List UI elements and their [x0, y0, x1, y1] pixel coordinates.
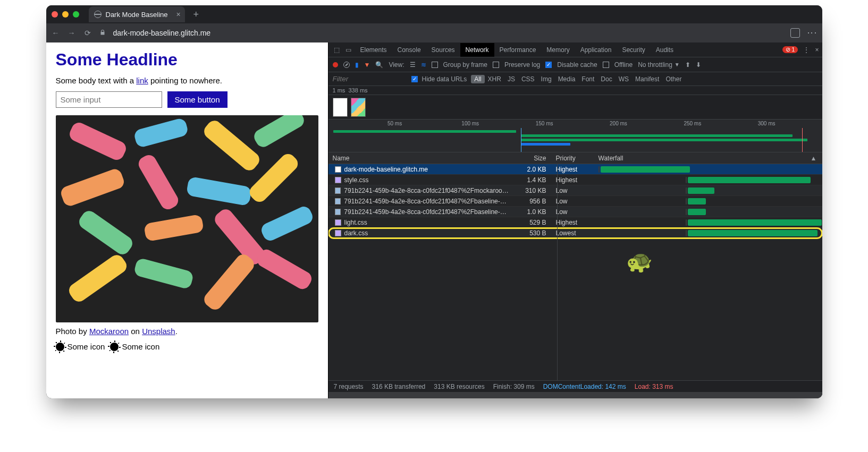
overview-tick: 100 ms — [461, 121, 479, 126]
filter-input[interactable] — [333, 75, 407, 83]
filter-type-font[interactable]: Font — [578, 75, 597, 83]
col-waterfall-label: Waterfall — [599, 155, 623, 162]
device-icon[interactable]: ▭ — [343, 46, 354, 54]
table-header[interactable]: Name Size Priority Waterfall▲ — [328, 152, 822, 164]
network-toolbar: ▮ ▼ 🔍 View: ☰ ≋ Group by frame Preserve … — [328, 57, 822, 72]
credit-site-link[interactable]: Unsplash — [142, 327, 175, 336]
row-waterfall — [594, 198, 822, 204]
sort-icon: ▲ — [811, 155, 817, 162]
devtools-tab-elements[interactable]: Elements — [355, 43, 392, 57]
col-waterfall[interactable]: Waterfall▲ — [594, 155, 822, 162]
table-row[interactable]: dark-mode-baseline.glitch.me2.0 KBHighes… — [328, 164, 822, 175]
back-button[interactable]: ← — [52, 29, 60, 37]
view-overview-icon[interactable]: ≋ — [421, 61, 426, 69]
overview-tick: 250 ms — [684, 121, 701, 126]
filter-type-ws[interactable]: WS — [616, 75, 632, 83]
credit-pre: Photo by — [56, 327, 89, 336]
close-tab-icon[interactable]: × — [176, 10, 180, 19]
new-tab-button[interactable]: + — [189, 9, 204, 20]
devtools-tab-memory[interactable]: Memory — [541, 43, 575, 57]
filter-type-manifest[interactable]: Manifest — [632, 75, 662, 83]
view-label: View: — [389, 61, 404, 69]
file-icon — [335, 177, 341, 183]
col-name[interactable]: Name — [328, 155, 509, 162]
body-link[interactable]: link — [136, 76, 148, 85]
hero-image — [56, 115, 318, 322]
url-text[interactable]: dark-mode-baseline.glitch.me — [113, 29, 211, 37]
overview-timeline[interactable]: 50 ms100 ms150 ms200 ms250 ms300 ms — [328, 120, 822, 152]
text-input[interactable] — [56, 91, 162, 108]
row-size: 1.0 KB — [509, 208, 552, 216]
table-body[interactable]: 🐢 dark-mode-baseline.glitch.me2.0 KBHigh… — [328, 164, 822, 380]
filter-type-img[interactable]: Img — [538, 75, 555, 83]
body-text-post: pointing to nowhere. — [148, 76, 222, 85]
status-dom: DOMContentLoaded: 142 ms — [543, 383, 626, 390]
preserve-log-checkbox[interactable] — [493, 62, 499, 68]
devtools-tab-application[interactable]: Application — [575, 43, 617, 57]
col-size[interactable]: Size — [509, 155, 552, 162]
group-by-frame-checkbox[interactable] — [432, 62, 438, 68]
filmstrip-frame[interactable] — [333, 98, 348, 117]
filter-type-doc[interactable]: Doc — [597, 75, 615, 83]
filter-type-js[interactable]: JS — [504, 75, 518, 83]
browser-menu-icon[interactable]: ⋮ — [807, 28, 817, 38]
table-row[interactable]: 791b2241-459b-4a2e-8cca-c0fdc21f0487%2Fb… — [328, 207, 822, 217]
file-icon — [335, 187, 341, 194]
browser-tab[interactable]: Dark Mode Baseline × — [89, 6, 185, 22]
devtools-tab-performance[interactable]: Performance — [494, 43, 542, 57]
maximize-window-button[interactable] — [73, 11, 79, 18]
url-bar: ← → ⟳ dark-mode-baseline.glitch.me ⋮ — [46, 23, 822, 42]
filmstrip[interactable] — [328, 95, 822, 120]
view-large-icon[interactable]: ☰ — [410, 61, 416, 69]
row-waterfall — [594, 187, 822, 194]
turtle-icon: 🐢 — [626, 249, 653, 274]
offline-checkbox[interactable] — [603, 62, 609, 68]
table-row[interactable]: 791b2241-459b-4a2e-8cca-c0fdc21f0487%2Fm… — [328, 185, 822, 196]
table-row[interactable]: style.css1.4 KBHighest — [328, 175, 822, 185]
devtools-tab-sources[interactable]: Sources — [426, 43, 460, 57]
horizontal-scrollbar[interactable] — [328, 392, 822, 398]
filter-type-other[interactable]: Other — [662, 75, 685, 83]
import-icon[interactable]: ⬆ — [685, 61, 690, 69]
devtools-menu-icon[interactable]: ⋮ — [803, 46, 810, 54]
export-icon[interactable]: ⬇ — [696, 61, 701, 69]
profile-icon[interactable] — [790, 28, 800, 38]
error-count: 1 — [791, 46, 795, 53]
devtools-tab-security[interactable]: Security — [617, 43, 650, 57]
icon-label-1: Some icon — [68, 342, 105, 351]
search-icon[interactable]: 🔍 — [375, 61, 383, 69]
disable-cache-checkbox[interactable]: ✓ — [545, 62, 552, 68]
filter-toggle-icon[interactable]: ▼ — [364, 61, 370, 69]
close-window-button[interactable] — [52, 11, 58, 18]
hide-data-urls-checkbox[interactable]: ✓ — [411, 76, 418, 82]
table-row[interactable]: light.css529 BHighest — [328, 217, 822, 228]
filter-type-css[interactable]: CSS — [518, 75, 538, 83]
devtools-tab-audits[interactable]: Audits — [651, 43, 679, 57]
forward-button[interactable]: → — [68, 29, 76, 37]
col-priority[interactable]: Priority — [552, 155, 594, 162]
overview-tick: 50 ms — [387, 121, 402, 126]
hide-data-urls-label: Hide data URLs — [422, 75, 467, 83]
file-icon — [335, 230, 341, 236]
reload-button[interactable]: ⟳ — [83, 29, 92, 37]
devtools-tab-console[interactable]: Console — [392, 43, 426, 57]
clear-button[interactable] — [343, 62, 350, 68]
filter-type-media[interactable]: Media — [555, 75, 579, 83]
devtools-close-icon[interactable]: × — [815, 46, 819, 54]
filmstrip-frame[interactable] — [351, 98, 366, 117]
row-priority: Low — [552, 198, 594, 205]
inspect-icon[interactable]: ⬚ — [332, 46, 342, 54]
credit-author-link[interactable]: Mockaroon — [89, 327, 129, 336]
filmstrip-toggle-icon[interactable]: ▮ — [355, 61, 359, 69]
throttling-select[interactable]: No throttling▼ — [638, 61, 680, 69]
devtools-tab-network[interactable]: Network — [460, 43, 494, 57]
primary-button[interactable]: Some button — [167, 91, 227, 108]
filter-type-xhr[interactable]: XHR — [485, 75, 504, 83]
table-row[interactable]: 791b2241-459b-4a2e-8cca-c0fdc21f0487%2Fb… — [328, 196, 822, 207]
minimize-window-button[interactable] — [62, 11, 69, 18]
filter-type-all[interactable]: All — [471, 75, 484, 83]
error-badge[interactable]: ⊘1 — [782, 46, 798, 53]
record-button[interactable] — [333, 62, 338, 67]
timing-stats: 1 ms 338 ms — [328, 86, 822, 95]
table-row[interactable]: dark.css530 BLowest — [328, 228, 822, 238]
